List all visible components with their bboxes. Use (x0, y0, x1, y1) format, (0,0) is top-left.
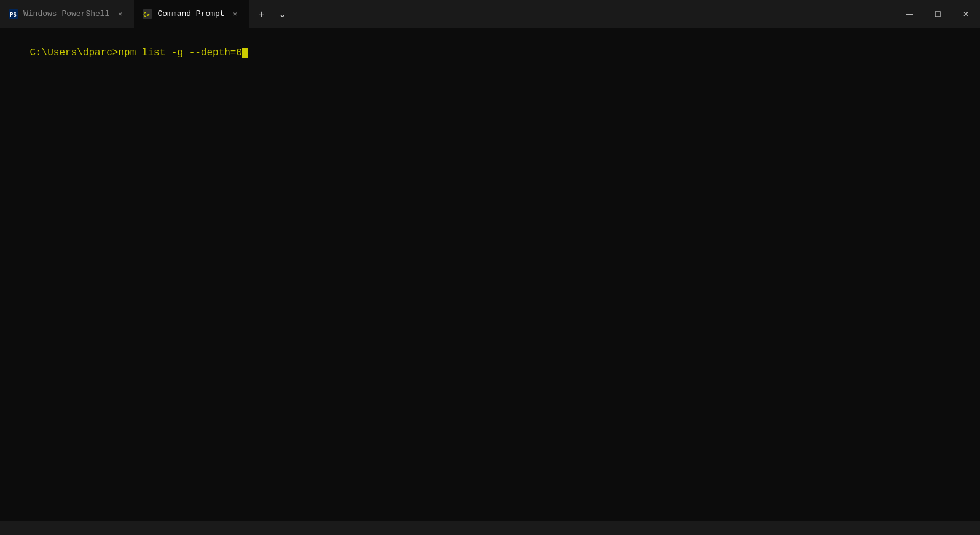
tab-cmd-close[interactable]: ✕ (230, 9, 241, 20)
statusbar (0, 521, 980, 535)
terminal-prompt: C:\Users\dparc> (29, 47, 118, 58)
terminal-command: npm list -g --depth=0 (118, 47, 242, 58)
tab-dropdown-button[interactable]: ⌄ (273, 4, 292, 24)
tab-powershell-label: Windows PowerShell (23, 9, 109, 18)
svg-text:PS: PS (10, 12, 17, 18)
add-tab-button[interactable]: + (252, 4, 272, 24)
titlebar-actions: + ⌄ (252, 0, 292, 28)
tab-powershell[interactable]: PS Windows PowerShell ✕ (0, 0, 134, 28)
minimize-button[interactable]: — (895, 0, 923, 28)
tab-powershell-close[interactable]: ✕ (114, 9, 125, 20)
close-button[interactable]: ✕ (952, 0, 980, 28)
maximize-button[interactable]: ☐ (923, 0, 952, 28)
svg-text:C>: C> (143, 12, 150, 18)
window-controls: — ☐ ✕ (895, 0, 980, 28)
cmd-icon: C> (143, 9, 152, 19)
tab-cmd[interactable]: C> Command Prompt ✕ (134, 0, 249, 28)
powershell-icon: PS (9, 9, 18, 19)
terminal-line: C:\Users\dparc>npm list -g --depth=0 (6, 33, 974, 74)
tab-cmd-label: Command Prompt (157, 9, 224, 18)
titlebar: PS Windows PowerShell ✕ C> Command Promp… (0, 0, 980, 28)
terminal-body[interactable]: C:\Users\dparc>npm list -g --depth=0 (0, 28, 980, 521)
terminal-cursor (242, 48, 248, 58)
